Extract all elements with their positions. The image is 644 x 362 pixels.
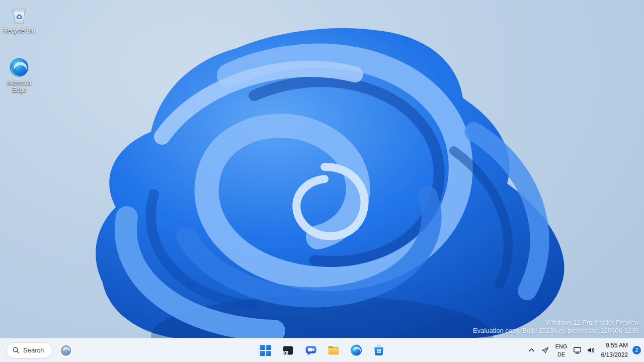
chat-icon xyxy=(304,344,317,356)
volume-button[interactable] xyxy=(585,342,598,359)
file-explorer-icon xyxy=(327,344,340,356)
hidden-icons-button[interactable] xyxy=(525,342,538,359)
taskbar-left: Search xyxy=(6,338,73,362)
recycle-bin-icon: ♻ xyxy=(8,4,30,26)
start-button[interactable] xyxy=(256,340,276,360)
terminal-button[interactable] xyxy=(278,340,298,360)
watermark-line1: Windows 11 Pro Insider Preview xyxy=(473,319,639,327)
windows-start-icon xyxy=(260,344,272,356)
tray-app-button[interactable] xyxy=(539,342,552,359)
edge-icon xyxy=(8,56,30,78)
network-button[interactable] xyxy=(571,342,584,359)
windows-11-desktop: ♻ Recycle Bin xyxy=(0,0,644,362)
chevron-up-icon xyxy=(528,347,535,353)
paper-plane-icon xyxy=(541,346,549,354)
language-primary: ENG xyxy=(555,343,568,349)
tray-time: 9:55 AM xyxy=(606,342,628,349)
desktop-icon-microsoft-edge[interactable]: Microsoft Edge xyxy=(0,56,38,94)
microsoft-store-button[interactable] xyxy=(369,340,389,360)
system-tray: ENG DE 9:55 AM 6/13/2022 xyxy=(525,338,643,362)
search-icon xyxy=(12,346,20,354)
search-box[interactable]: Search xyxy=(6,342,52,358)
terminal-icon xyxy=(282,344,294,356)
microsoft-store-icon xyxy=(372,344,385,356)
desktop-icon-label-microsoft-edge: Microsoft Edge xyxy=(1,79,37,94)
edge-button[interactable] xyxy=(346,340,366,360)
search-label: Search xyxy=(23,346,44,354)
desktop-wallpaper: ♻ Recycle Bin xyxy=(0,0,644,338)
insider-watermark: Windows 11 Pro Insider Preview Evaluatio… xyxy=(473,319,639,335)
desktop-icon-label-recycle-bin: Recycle Bin xyxy=(3,27,35,34)
language-secondary: DE xyxy=(557,351,565,357)
taskbar: Search xyxy=(0,338,644,362)
clock-and-date[interactable]: 9:55 AM 6/13/2022 xyxy=(598,342,631,359)
tray-date: 6/13/2022 xyxy=(601,351,628,359)
bloom-wallpaper-graphic xyxy=(0,0,644,338)
file-explorer-button[interactable] xyxy=(324,340,344,360)
svg-text:♻: ♻ xyxy=(16,13,22,21)
ethernet-network-icon xyxy=(573,346,582,354)
search-highlights-button[interactable] xyxy=(58,343,73,358)
language-indicator[interactable]: ENG DE xyxy=(552,342,571,359)
notification-count-badge[interactable]: 2 xyxy=(632,346,641,354)
desktop-icon-recycle-bin[interactable]: ♻ Recycle Bin xyxy=(0,4,38,34)
search-highlights-icon xyxy=(60,344,72,356)
speaker-icon xyxy=(587,346,595,354)
watermark-line2: Evaluation copy. Build 25136.rs_prerelea… xyxy=(473,327,639,335)
edge-taskbar-icon xyxy=(350,344,362,356)
notification-count: 2 xyxy=(635,347,638,353)
taskbar-center xyxy=(256,338,389,362)
chat-button[interactable] xyxy=(301,340,321,360)
